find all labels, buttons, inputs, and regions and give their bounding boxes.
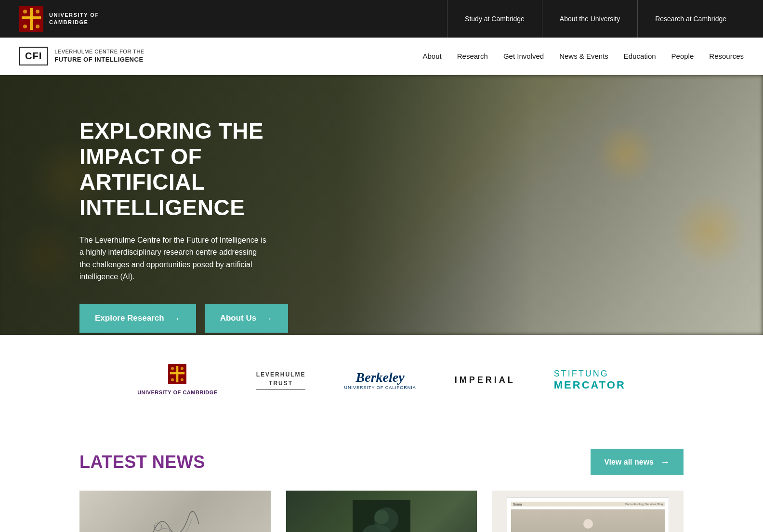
news-cards: Soma Our technology Services Blog ● bbox=[79, 491, 684, 532]
top-nav-links: Study at Cambridge About the University … bbox=[447, 0, 744, 38]
berkeley-text: Berkeley bbox=[356, 370, 405, 385]
sub-nav-education[interactable]: Education bbox=[624, 52, 656, 60]
svg-point-10 bbox=[171, 367, 174, 370]
latest-news-section: LATEST NEWS View all news → bbox=[0, 425, 763, 532]
news-card-2-photo-icon bbox=[353, 500, 410, 532]
svg-rect-9 bbox=[170, 372, 184, 375]
cambridge-partner-text: UNIVERSITY OF CAMBRIDGE bbox=[137, 389, 218, 396]
sub-nav-links: About Research Get Involved News & Event… bbox=[423, 52, 744, 60]
news-card-3-screenshot: Soma Our technology Services Blog bbox=[507, 497, 669, 532]
svg-point-4 bbox=[36, 10, 39, 13]
cambridge-partner-line1: UNIVERSITY OF bbox=[137, 389, 181, 395]
top-nav-about-uni[interactable]: About the University bbox=[542, 0, 637, 38]
cambridge-logo-text: UNIVERSITY OF CAMBRIDGE bbox=[49, 12, 99, 26]
svg-rect-2 bbox=[22, 16, 41, 19]
partner-leverhulme: LEVERHULME TRUST bbox=[256, 370, 306, 390]
sub-nav-get-involved[interactable]: Get Involved bbox=[503, 52, 544, 60]
cambridge-shield-icon bbox=[19, 6, 43, 32]
partners-section: UNIVERSITY OF CAMBRIDGE LEVERHULME TRUST… bbox=[0, 335, 763, 425]
cfi-logo-link[interactable]: CFI LEVERHULME CENTRE FOR THE FUTURE OF … bbox=[19, 47, 145, 65]
leverhulme-text: LEVERHULME TRUST bbox=[256, 370, 306, 390]
sub-navigation: CFI LEVERHULME CENTRE FOR THE FUTURE OF … bbox=[0, 38, 763, 75]
svg-point-11 bbox=[181, 367, 184, 370]
mercator-name-text: MERCATOR bbox=[554, 379, 626, 391]
leverhulme-line-decoration bbox=[256, 389, 306, 390]
cambridge-partner-line2: CAMBRIDGE bbox=[183, 389, 217, 395]
partner-cambridge: UNIVERSITY OF CAMBRIDGE bbox=[137, 364, 218, 396]
news-card-1-image bbox=[79, 491, 271, 532]
top-navigation: UNIVERSITY OF CAMBRIDGE Study at Cambrid… bbox=[0, 0, 763, 38]
news-card-2[interactable] bbox=[286, 491, 477, 532]
cfi-org-line2: FUTURE OF INTELLIGENCE bbox=[54, 55, 145, 64]
explore-research-label: Explore Research bbox=[95, 313, 164, 323]
cambridge-logo-link[interactable]: UNIVERSITY OF CAMBRIDGE bbox=[19, 6, 99, 32]
view-all-label: View all news bbox=[604, 458, 654, 467]
explore-research-button[interactable]: Explore Research → bbox=[79, 304, 196, 333]
cambridge-name-line2: CAMBRIDGE bbox=[49, 19, 99, 26]
news-card-1[interactable] bbox=[79, 491, 271, 532]
cambridge-name-line1: UNIVERSITY OF bbox=[49, 12, 99, 19]
hero-title: EXPLORING THE IMPACT OF ARTIFICIAL INTEL… bbox=[79, 118, 267, 221]
mercator-stiftung-text: STIFTUNG bbox=[554, 369, 609, 379]
leverhulme-line1: LEVERHULME bbox=[256, 370, 306, 379]
cfi-org-text: LEVERHULME CENTRE FOR THE FUTURE OF INTE… bbox=[54, 48, 145, 65]
svg-point-12 bbox=[171, 378, 174, 381]
partner-imperial: IMPERIAL bbox=[455, 375, 515, 385]
about-arrow-icon: → bbox=[263, 313, 273, 324]
svg-point-3 bbox=[23, 10, 27, 13]
berkeley-sub-text: UNIVERSITY OF CALIFORNIA bbox=[344, 385, 416, 390]
view-all-arrow-icon: → bbox=[660, 456, 670, 467]
svg-point-6 bbox=[36, 25, 39, 28]
cfi-logo-box: CFI bbox=[19, 47, 48, 65]
partner-berkeley: Berkeley UNIVERSITY OF CALIFORNIA bbox=[344, 370, 416, 390]
news-card-1-sketch-icon bbox=[146, 500, 204, 532]
view-all-news-button[interactable]: View all news → bbox=[591, 449, 684, 475]
cfi-org-line1: LEVERHULME CENTRE FOR THE bbox=[54, 48, 145, 55]
latest-news-header: LATEST NEWS View all news → bbox=[79, 449, 684, 475]
sub-nav-resources[interactable]: Resources bbox=[709, 52, 744, 60]
sub-nav-people[interactable]: People bbox=[671, 52, 694, 60]
imperial-text: IMPERIAL bbox=[455, 375, 515, 385]
latest-news-title: LATEST NEWS bbox=[79, 452, 205, 472]
svg-point-20 bbox=[374, 510, 389, 524]
svg-point-13 bbox=[181, 378, 184, 381]
leverhulme-line2: TRUST bbox=[256, 379, 306, 388]
top-nav-study[interactable]: Study at Cambridge bbox=[447, 0, 542, 38]
hero-content: EXPLORING THE IMPACT OF ARTIFICIAL INTEL… bbox=[0, 75, 347, 335]
svg-point-5 bbox=[23, 25, 27, 28]
sub-nav-research[interactable]: Research bbox=[457, 52, 488, 60]
sub-nav-news-events[interactable]: News & Events bbox=[559, 52, 608, 60]
hero-description: The Leverhulme Centre for the Future of … bbox=[79, 234, 267, 283]
about-us-label: About Us bbox=[220, 313, 257, 323]
top-nav-research-cam[interactable]: Research at Cambridge bbox=[637, 0, 744, 38]
sub-nav-about[interactable]: About bbox=[423, 52, 442, 60]
explore-arrow-icon: → bbox=[171, 313, 181, 324]
hero-section: EXPLORING THE IMPACT OF ARTIFICIAL INTEL… bbox=[0, 75, 763, 335]
news-card-2-image bbox=[286, 491, 477, 532]
partner-mercator: STIFTUNG MERCATOR bbox=[554, 369, 626, 391]
news-card-3-image: Soma Our technology Services Blog ● bbox=[492, 491, 684, 532]
hero-buttons: Explore Research → About Us → bbox=[79, 304, 267, 333]
news-card-3[interactable]: Soma Our technology Services Blog ● bbox=[492, 491, 684, 532]
about-us-button[interactable]: About Us → bbox=[205, 304, 289, 333]
cambridge-partner-shield-icon bbox=[168, 364, 186, 384]
